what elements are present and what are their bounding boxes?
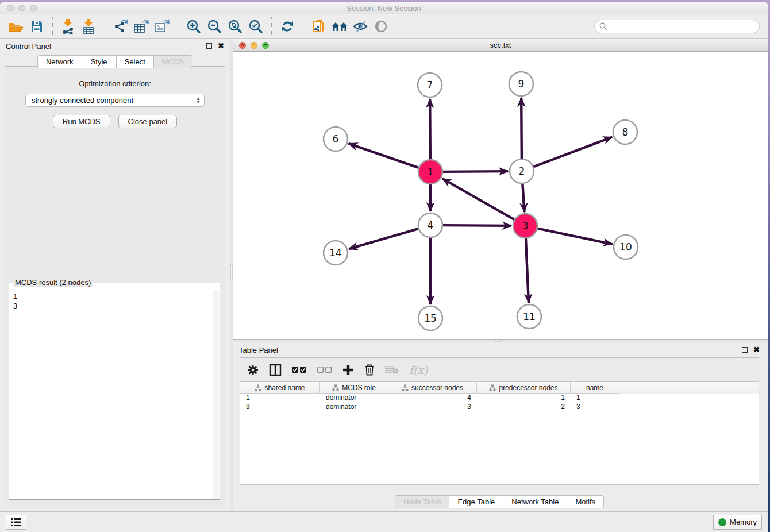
export-table-button[interactable] — [131, 16, 152, 37]
tab-node-table[interactable]: Node Table — [395, 495, 450, 508]
column-header-mcds-role[interactable]: MCDS role — [320, 382, 388, 394]
export-network-button[interactable] — [110, 16, 131, 37]
import-network-button[interactable] — [58, 16, 79, 37]
refresh-layout-button[interactable] — [277, 16, 298, 37]
close-view-button[interactable]: × — [239, 42, 246, 49]
copy-network-button[interactable] — [309, 16, 329, 37]
result-line: 3 — [13, 301, 213, 311]
node-label-7: 7 — [427, 79, 433, 91]
tab-network-table[interactable]: Network Table — [503, 495, 567, 508]
tab-mcds[interactable]: MCDS — [154, 55, 192, 68]
zoom-fit-button[interactable] — [225, 16, 245, 37]
mcds-result-list[interactable]: 1 3 — [10, 290, 213, 499]
network-canvas[interactable]: 1234678910111415 — [233, 52, 768, 339]
toolbar-separator — [303, 17, 303, 36]
open-session-button[interactable] — [6, 16, 26, 37]
cell-successor-nodes: 4 — [388, 394, 477, 403]
table-tabs: Node Table Edge Table Network Table Moti… — [233, 495, 765, 508]
criterion-value: strongly connected component — [32, 96, 196, 105]
tab-motifs[interactable]: Motifs — [567, 495, 604, 508]
edge-3-1[interactable] — [442, 179, 514, 219]
tab-select[interactable]: Select — [117, 55, 154, 68]
select-all-rows-button[interactable] — [292, 367, 307, 373]
minimize-view-button[interactable]: − — [251, 42, 257, 49]
edge-1-7[interactable] — [430, 99, 430, 159]
window-titlebar: Session: New Session — [0, 2, 768, 14]
splitter-handle[interactable] — [230, 264, 233, 279]
app-window: Session: New Session — [0, 2, 768, 532]
column-header-name[interactable]: name — [571, 382, 619, 394]
edge-2-8[interactable] — [534, 137, 613, 167]
tree-icon — [489, 384, 496, 391]
trash-icon — [364, 364, 375, 376]
memory-button[interactable]: Memory — [713, 515, 762, 530]
table-row[interactable]: 1 dominator 4 1 1 — [240, 394, 759, 403]
toolbar-separator — [178, 17, 178, 36]
refresh-icon — [280, 19, 295, 34]
delete-table-button[interactable] — [385, 365, 399, 375]
add-row-button[interactable] — [342, 364, 354, 376]
network-view-window: × − + scc.txt 1234678910111415 — [233, 39, 768, 339]
column-header-successor-nodes[interactable]: successor nodes — [388, 382, 477, 394]
edge-2-3[interactable] — [522, 184, 524, 212]
export-image-icon — [154, 18, 170, 34]
delete-table-icon — [385, 365, 399, 375]
edge-3-11[interactable] — [526, 238, 529, 303]
float-panel-icon[interactable] — [742, 347, 748, 353]
zoom-selected-button[interactable] — [245, 16, 266, 37]
node-label-6: 6 — [333, 133, 339, 145]
unchecked-boxes-icon — [317, 367, 332, 373]
show-columns-button[interactable] — [269, 364, 282, 376]
node-label-10: 10 — [619, 241, 632, 253]
import-table-button[interactable] — [79, 16, 99, 37]
zoom-out-button[interactable] — [204, 16, 225, 37]
edge-4-3[interactable] — [443, 225, 511, 226]
zoom-in-icon — [186, 19, 201, 34]
delete-row-button[interactable] — [364, 364, 375, 376]
task-history-button[interactable] — [6, 515, 26, 530]
cell-successor-nodes: 3 — [388, 403, 477, 412]
close-panel-button[interactable]: Close panel — [118, 115, 178, 128]
tree-icon — [402, 384, 409, 391]
float-panel-icon[interactable] — [206, 43, 212, 49]
search-input[interactable] — [610, 22, 754, 30]
close-panel-icon[interactable]: ✖ — [218, 43, 224, 49]
run-mcds-button[interactable]: Run MCDS — [53, 115, 110, 128]
zoom-in-button[interactable] — [183, 16, 204, 37]
show-details-button[interactable] — [371, 16, 391, 37]
maximize-view-button[interactable]: + — [262, 42, 269, 49]
cell-predecessor-nodes: 1 — [477, 394, 571, 403]
optimization-criterion-label: Optimization criterion: — [5, 79, 225, 88]
tree-icon — [255, 384, 261, 391]
column-header-predecessor-nodes[interactable]: predecessor nodes — [477, 382, 571, 394]
tab-style[interactable]: Style — [82, 55, 117, 68]
tab-edge-table[interactable]: Edge Table — [449, 495, 503, 508]
result-scrollbar[interactable] — [213, 290, 219, 499]
search-field[interactable] — [594, 20, 760, 33]
function-builder-button[interactable]: f(x) — [409, 364, 428, 376]
tab-network[interactable]: Network — [37, 55, 82, 68]
export-image-button[interactable] — [152, 16, 172, 37]
splitter-handle[interactable] — [495, 340, 501, 342]
table-row[interactable]: 3 dominator 3 2 3 — [240, 403, 759, 412]
zoom-fit-icon — [228, 19, 242, 34]
edge-2-9[interactable] — [521, 98, 522, 159]
first-neighbors-button[interactable] — [329, 16, 350, 37]
zoom-out-icon — [207, 19, 222, 34]
criterion-select[interactable]: strongly connected component ▲▼ — [25, 94, 205, 107]
toolbar-separator — [105, 17, 105, 36]
mcds-result-box: MCDS result (2 nodes) 1 3 — [9, 283, 220, 500]
edge-1-6[interactable] — [349, 144, 419, 168]
table-settings-button[interactable] — [247, 364, 259, 376]
save-session-button[interactable] — [26, 16, 47, 37]
deselect-all-rows-button[interactable] — [317, 367, 332, 373]
columns-icon — [269, 364, 282, 376]
column-header-shared-name[interactable]: shared name — [240, 382, 320, 394]
two-houses-icon — [330, 20, 349, 33]
network-view-titlebar: × − + scc.txt — [233, 39, 768, 52]
edge-4-14[interactable] — [349, 229, 418, 249]
edge-1-2[interactable] — [443, 171, 508, 172]
close-panel-icon[interactable]: ✖ — [753, 347, 760, 353]
hide-graphics-button[interactable] — [350, 16, 371, 37]
edge-3-10[interactable] — [538, 229, 613, 244]
